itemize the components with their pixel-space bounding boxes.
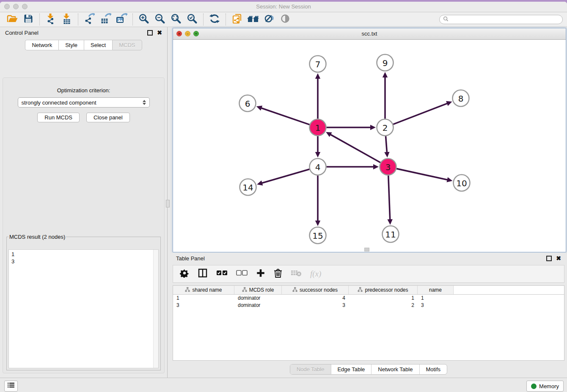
tab-style[interactable]: Style <box>58 40 84 50</box>
export-network-button[interactable] <box>81 13 97 26</box>
network-canvas[interactable]: 7968124314101511 <box>173 40 566 252</box>
float-panel-icon[interactable] <box>147 30 153 36</box>
network-view-window[interactable]: ✕ − + scc.txt 7968124314101511 <box>173 28 566 252</box>
network-window-titlebar[interactable]: ✕ − + scc.txt <box>173 28 566 40</box>
graph-node-8[interactable]: 8 <box>453 90 469 107</box>
optimization-criterion-select[interactable]: strongly connected component <box>18 97 150 108</box>
table-cell[interactable]: 1 <box>349 295 418 302</box>
edge-4-14[interactable] <box>261 169 310 183</box>
zoom-out-button[interactable] <box>152 13 168 26</box>
graph-node-2[interactable]: 2 <box>377 119 394 136</box>
table-cell[interactable]: 4 <box>282 295 349 302</box>
column-header-shared-name[interactable]: shared name <box>173 286 234 294</box>
table-cell[interactable]: 1 <box>173 295 234 302</box>
zoom-selected-button[interactable] <box>184 13 200 26</box>
control-panel-header: Control Panel ✖ <box>0 27 167 38</box>
table-cell[interactable]: dominator <box>234 295 282 302</box>
table-row[interactable]: 3dominator323 <box>173 302 564 309</box>
network-close-icon[interactable]: ✕ <box>176 31 182 36</box>
window-controls <box>4 4 28 9</box>
table-cell[interactable]: 3 <box>418 302 454 309</box>
toolbar-separator <box>203 14 204 25</box>
import-network-button[interactable] <box>43 13 59 26</box>
table-cell[interactable]: 3 <box>173 302 234 309</box>
tab-node-table[interactable]: Node Table <box>290 364 331 374</box>
zoom-in-button[interactable] <box>136 13 152 26</box>
graph-node-6[interactable]: 6 <box>239 95 256 112</box>
close-window-icon[interactable] <box>4 4 10 9</box>
save-session-button[interactable] <box>20 13 36 26</box>
run-mcds-button[interactable]: Run MCDS <box>37 113 80 122</box>
graph-node-15[interactable]: 15 <box>310 227 326 244</box>
export-image-button[interactable] <box>113 13 129 26</box>
eye-slash-button[interactable] <box>261 13 277 26</box>
open-session-button[interactable] <box>4 13 20 26</box>
mcds-result-list[interactable]: 13 <box>8 249 159 368</box>
import-table-button[interactable] <box>59 13 75 26</box>
graph-node-10[interactable]: 10 <box>454 175 470 191</box>
close-panel-icon[interactable]: ✖ <box>157 30 162 36</box>
table-cell[interactable]: dominator <box>234 302 282 309</box>
graph-node-9[interactable]: 9 <box>377 55 394 71</box>
edge-1-6[interactable] <box>261 108 309 125</box>
tab-network[interactable]: Network <box>25 40 58 50</box>
delete-column-trash-button[interactable] <box>274 268 282 280</box>
column-header-MCDS-role[interactable]: MCDS role <box>234 286 282 294</box>
table-cell[interactable]: 3 <box>282 302 349 309</box>
graph-node-11[interactable]: 11 <box>383 226 399 243</box>
task-history-button[interactable] <box>4 381 18 392</box>
tab-network-table[interactable]: Network Table <box>372 364 419 374</box>
deselect-all-checkboxes-button[interactable] <box>236 268 248 280</box>
zoom-fit-button[interactable] <box>168 13 184 26</box>
search-input[interactable] <box>451 16 559 23</box>
close-table-panel-icon[interactable]: ✖ <box>556 255 561 261</box>
column-header-successor-nodes[interactable]: successor nodes <box>282 286 349 294</box>
column-header-name[interactable]: name <box>418 286 454 294</box>
edge-2-8[interactable] <box>393 103 448 124</box>
close-panel-button[interactable]: Close panel <box>86 113 130 122</box>
apply-layout-button[interactable] <box>206 13 223 26</box>
double-home-button[interactable] <box>245 13 261 26</box>
graph-node-14[interactable]: 14 <box>240 179 256 196</box>
eye-button[interactable] <box>277 13 293 26</box>
maximize-window-icon[interactable] <box>22 4 28 9</box>
memory-button[interactable]: Memory <box>526 381 564 392</box>
edge-3-10[interactable] <box>396 168 448 180</box>
panel-divider-grip[interactable] <box>166 200 170 207</box>
tab-mcds[interactable]: MCDS <box>112 40 142 50</box>
network-minimize-icon[interactable]: − <box>185 31 190 36</box>
table-settings-gear-button[interactable] <box>180 268 189 280</box>
svg-text:9: 9 <box>383 58 388 68</box>
toggle-columns-icon <box>198 268 208 280</box>
table-row[interactable]: 1dominator411 <box>173 295 564 302</box>
search-box[interactable] <box>439 15 563 24</box>
network-zoom-icon[interactable]: + <box>193 31 199 36</box>
tab-select[interactable]: Select <box>84 40 112 50</box>
edge-3-1[interactable] <box>330 134 380 163</box>
result-scrollbar[interactable] <box>153 250 158 368</box>
graph-node-3[interactable]: 3 <box>380 159 396 175</box>
toggle-columns-button[interactable] <box>198 268 208 280</box>
table-cell[interactable]: 2 <box>349 302 418 309</box>
select-all-checkboxes-button[interactable] <box>216 268 228 280</box>
export-table-button[interactable] <box>97 13 113 26</box>
column-header-predecessor-nodes[interactable]: predecessor nodes <box>349 286 418 294</box>
graph-node-1[interactable]: 1 <box>310 119 326 136</box>
edge-3-11[interactable] <box>388 175 390 220</box>
graph-node-7[interactable]: 7 <box>310 56 326 72</box>
add-column-button[interactable] <box>256 268 265 280</box>
edge-arrowhead <box>383 72 388 77</box>
status-bar: Memory <box>0 378 567 392</box>
tab-motifs[interactable]: Motifs <box>419 364 447 374</box>
clone-network-button[interactable] <box>229 13 245 26</box>
table-cell[interactable]: 1 <box>418 295 454 302</box>
edge-2-3[interactable] <box>386 136 387 153</box>
zoom-in-icon <box>138 13 149 26</box>
graph-node-4[interactable]: 4 <box>310 159 326 175</box>
canvas-scroll-thumb[interactable] <box>364 248 369 251</box>
network-graph[interactable]: 7968124314101511 <box>173 40 566 252</box>
minimize-window-icon[interactable] <box>13 4 19 9</box>
tab-edge-table[interactable]: Edge Table <box>331 364 372 374</box>
node-table[interactable]: shared nameMCDS rolesuccessor nodesprede… <box>173 285 564 361</box>
float-table-panel-icon[interactable] <box>546 256 552 261</box>
